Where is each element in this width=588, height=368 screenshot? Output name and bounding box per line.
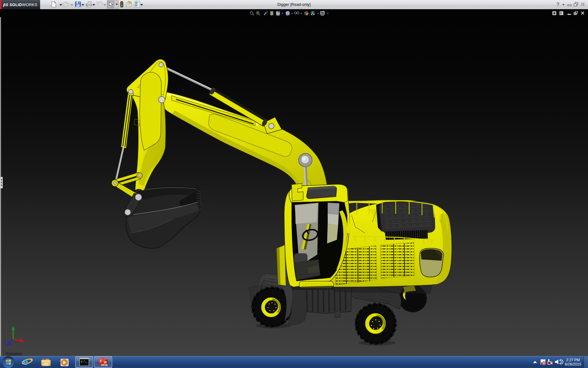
svg-text:?: ? [556, 2, 560, 7]
svg-text:*Dimetric: *Dimetric [5, 351, 22, 356]
svg-text:S: S [100, 359, 102, 363]
svg-text:e: e [23, 357, 28, 367]
svg-text:2015: 2015 [101, 363, 108, 366]
svg-text:C:\_: C:\_ [81, 360, 88, 363]
